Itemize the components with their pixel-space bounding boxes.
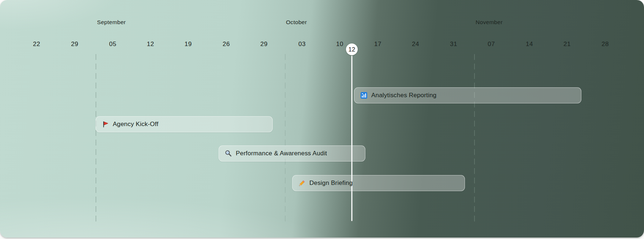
date-tick: 17 — [374, 41, 381, 48]
task-label: Design Briefing — [309, 179, 353, 187]
magnifier-icon — [225, 150, 232, 157]
task-label: Agency Kick-Off — [113, 121, 159, 128]
date-tick: 29 — [260, 41, 268, 48]
month-label-november: November — [476, 19, 503, 26]
date-tick: 19 — [185, 41, 192, 48]
flag-icon — [102, 121, 109, 128]
date-tick: 21 — [563, 41, 571, 48]
date-tick: 05 — [109, 41, 116, 48]
month-divider — [96, 54, 96, 222]
date-tick: 14 — [526, 41, 533, 48]
month-divider — [474, 54, 475, 222]
date-tick: 03 — [298, 41, 306, 48]
task-bar[interactable]: Performance & Awareness Audit — [219, 145, 365, 162]
month-label-october: October — [286, 19, 307, 26]
date-tick: 22 — [33, 41, 40, 48]
task-label: Analytisches Reporting — [371, 92, 436, 99]
bar-chart-icon — [360, 92, 368, 99]
task-label: Performance & Awareness Audit — [236, 150, 327, 157]
date-tick: 26 — [223, 41, 230, 48]
date-tick: 07 — [488, 41, 495, 48]
date-tick: 28 — [602, 41, 609, 48]
today-badge[interactable]: 12 — [346, 43, 358, 55]
date-tick: 12 — [147, 41, 154, 48]
date-tick: 29 — [71, 41, 78, 48]
date-tick: 10 — [336, 41, 343, 48]
month-label-september: September — [97, 19, 126, 26]
task-bar[interactable]: Agency Kick-Off — [96, 116, 273, 132]
month-divider — [285, 54, 286, 222]
pencil-icon — [298, 179, 306, 187]
timeline-canvas: SeptemberOctoberNovember2229051219262903… — [0, 0, 644, 238]
date-tick: 24 — [412, 41, 419, 48]
today-line — [351, 56, 353, 221]
task-bar[interactable]: Analytisches Reporting — [354, 87, 581, 103]
date-tick: 31 — [450, 41, 457, 48]
task-bar[interactable]: Design Briefing — [292, 175, 465, 191]
